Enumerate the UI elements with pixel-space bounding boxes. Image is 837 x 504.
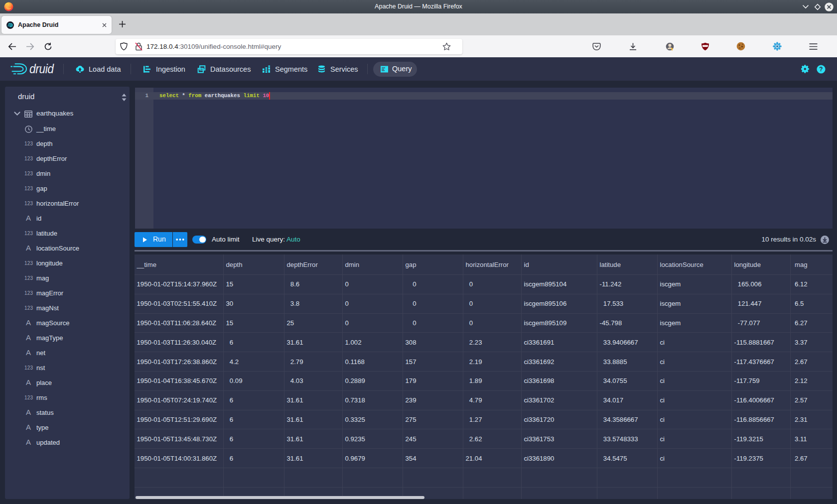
svg-text:?: ? <box>819 66 823 73</box>
